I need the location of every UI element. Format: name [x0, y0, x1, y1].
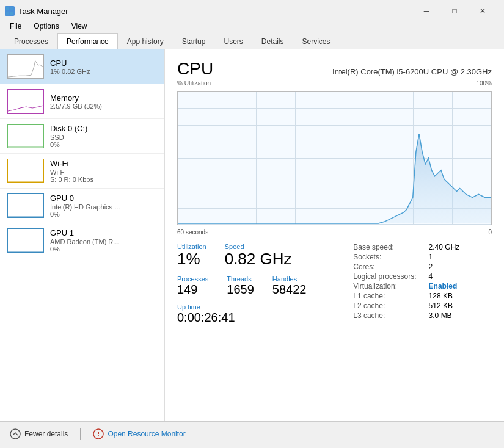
maximize-button[interactable]: □	[440, 2, 469, 20]
svg-point-12	[98, 435, 99, 436]
memory-value: 2.5/7.9 GB (32%)	[50, 103, 157, 110]
l2-label: L2 cache:	[353, 302, 416, 310]
uptime-value: 0:00:26:41	[177, 311, 353, 325]
l1-label: L1 cache:	[353, 292, 416, 300]
stats-and-info: Utilization 1% Speed 0.82 GHz Processes …	[177, 243, 492, 325]
main-content: CPU 1% 0.82 GHz Memory 2.5/7.9 GB (32%)	[0, 49, 504, 421]
chart-x-left: 60 seconds	[177, 229, 208, 236]
speed-block: Speed 0.82 GHz	[225, 243, 292, 268]
cpu-chart	[177, 91, 492, 225]
chart-y-max: 100%	[476, 80, 492, 87]
detail-header: CPU Intel(R) Core(TM) i5-6200U CPU @ 2.3…	[177, 59, 492, 79]
handles-label: Handles	[272, 275, 307, 283]
sidebar-item-wifi[interactable]: Wi-Fi Wi-Fi S: 0 R: 0 Kbps	[0, 154, 164, 189]
tab-performance[interactable]: Performance	[57, 33, 118, 49]
gpu1-value: 0%	[50, 245, 157, 253]
disk-info: Disk 0 (C:) SSD 0%	[50, 124, 157, 148]
chart-svg	[178, 92, 491, 225]
processes-block: Processes 149	[177, 275, 208, 296]
sidebar-item-memory[interactable]: Memory 2.5/7.9 GB (32%)	[0, 84, 164, 119]
open-resource-monitor-link[interactable]: Open Resource Monitor	[108, 430, 185, 438]
cpu-label: CPU	[50, 59, 157, 68]
utilization-value: 1%	[177, 250, 206, 268]
virt-value: Enabled	[429, 282, 492, 291]
cpu-info: CPU 1% 0.82 GHz	[50, 59, 157, 75]
detail-subtitle: Intel(R) Core(TM) i5-6200U CPU @ 2.30GHz	[332, 67, 492, 76]
chevron-up-icon	[10, 428, 21, 439]
tab-users[interactable]: Users	[214, 33, 252, 49]
disk-sub: SSD	[50, 134, 157, 141]
sidebar-item-gpu0[interactable]: GPU 0 Intel(R) HD Graphics ... 0%	[0, 189, 164, 223]
wifi-info: Wi-Fi Wi-Fi S: 0 R: 0 Kbps	[50, 159, 157, 183]
cores-label: Cores:	[353, 262, 416, 271]
base-speed-label: Base speed:	[353, 243, 416, 251]
memory-thumbnail	[7, 89, 44, 114]
close-button[interactable]: ✕	[469, 2, 497, 20]
bottom-bar: Fewer details Open Resource Monitor	[0, 421, 504, 446]
gpu1-sub: AMD Radeon (TM) R...	[50, 238, 157, 245]
fewer-details-button[interactable]: Fewer details	[10, 428, 68, 439]
menu-bar: File Options View	[0, 20, 504, 33]
uptime-block: Up time 0:00:26:41	[177, 303, 353, 325]
cores-value: 2	[429, 262, 492, 271]
disk-value: 0%	[50, 141, 157, 148]
base-speed-value: 2.40 GHz	[429, 243, 492, 251]
right-info: Base speed: 2.40 GHz Sockets: 1 Cores: 2…	[353, 243, 492, 325]
util-speed-row: Utilization 1% Speed 0.82 GHz	[177, 243, 353, 268]
gpu1-info: GPU 1 AMD Radeon (TM) R... 0%	[50, 228, 157, 253]
virt-label: Virtualization:	[353, 282, 416, 291]
processes-label: Processes	[177, 275, 208, 283]
wifi-sub: Wi-Fi	[50, 168, 157, 176]
logical-label: Logical processors:	[353, 272, 416, 281]
l2-value: 512 KB	[429, 302, 492, 310]
tab-services[interactable]: Services	[293, 33, 340, 49]
tab-processes[interactable]: Processes	[5, 33, 57, 49]
left-stats: Utilization 1% Speed 0.82 GHz Processes …	[177, 243, 353, 325]
tab-bar: Processes Performance App history Startu…	[0, 33, 504, 49]
cpu-thumbnail	[7, 54, 44, 79]
sidebar-item-disk[interactable]: Disk 0 (C:) SSD 0%	[0, 119, 164, 154]
svg-point-9	[10, 429, 20, 439]
wifi-label: Wi-Fi	[50, 159, 157, 168]
tab-details[interactable]: Details	[252, 33, 293, 49]
tab-app-history[interactable]: App history	[118, 33, 173, 49]
svg-rect-2	[6, 12, 9, 15]
svg-rect-3	[10, 12, 13, 15]
l3-value: 3.0 MB	[429, 311, 492, 320]
memory-info: Memory 2.5/7.9 GB (32%)	[50, 93, 157, 110]
sidebar-item-cpu[interactable]: CPU 1% 0.82 GHz	[0, 49, 164, 84]
threads-label: Threads	[227, 275, 254, 283]
cpu-value: 1% 0.82 GHz	[50, 68, 157, 75]
threads-block: Threads 1659	[227, 275, 254, 296]
tab-startup[interactable]: Startup	[173, 33, 215, 49]
chart-y-label: % Utilization	[177, 80, 211, 87]
minimize-button[interactable]: ─	[412, 2, 440, 20]
gpu0-thumbnail	[7, 193, 44, 218]
uptime-label: Up time	[177, 303, 353, 311]
menu-options[interactable]: Options	[29, 21, 64, 32]
resource-monitor-icon	[93, 428, 104, 439]
disk-thumbnail	[7, 124, 44, 148]
chart-labels: 60 seconds 0	[177, 229, 492, 236]
process-thread-row: Processes 149 Threads 1659 Handles 58422	[177, 275, 353, 296]
memory-label: Memory	[50, 93, 157, 103]
svg-rect-0	[6, 7, 9, 10]
l1-value: 128 KB	[429, 292, 492, 300]
detail-panel: CPU Intel(R) Core(TM) i5-6200U CPU @ 2.3…	[165, 49, 504, 421]
threads-value: 1659	[227, 283, 254, 296]
disk-label: Disk 0 (C:)	[50, 124, 157, 133]
window-controls: ─ □ ✕	[412, 2, 497, 20]
logical-value: 4	[429, 272, 492, 281]
sidebar-item-gpu1[interactable]: GPU 1 AMD Radeon (TM) R... 0%	[0, 223, 164, 258]
sockets-label: Sockets:	[353, 253, 416, 261]
menu-file[interactable]: File	[5, 21, 26, 32]
chart-wrapper: % Utilization 100%	[177, 91, 492, 236]
menu-view[interactable]: View	[67, 21, 92, 32]
separator	[80, 428, 81, 440]
sidebar: CPU 1% 0.82 GHz Memory 2.5/7.9 GB (32%)	[0, 49, 165, 421]
handles-value: 58422	[272, 283, 307, 296]
wifi-value: S: 0 R: 0 Kbps	[50, 176, 157, 183]
handles-block: Handles 58422	[272, 275, 307, 296]
sockets-value: 1	[429, 253, 492, 261]
app-icon	[5, 6, 15, 16]
